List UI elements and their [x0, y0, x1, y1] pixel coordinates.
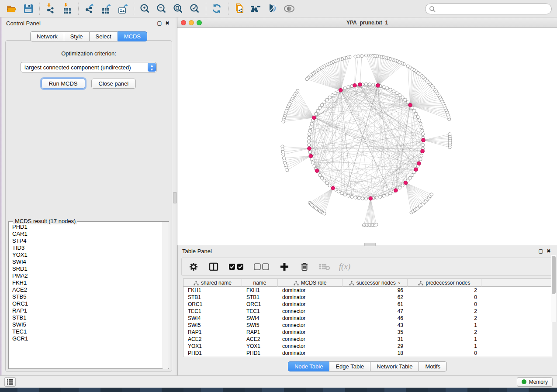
tab-motifs[interactable]: Motifs	[419, 361, 447, 371]
table-scrollbar[interactable]	[551, 255, 556, 322]
cell-name[interactable]: ACE2	[242, 336, 278, 342]
graph-node[interactable]	[419, 158, 422, 161]
clone-network-icon[interactable]	[231, 2, 248, 16]
graph-hub-node[interactable]	[353, 83, 357, 87]
column-header-shared-name[interactable]: shared name	[183, 279, 242, 287]
graph-hub-node[interactable]	[422, 138, 426, 142]
zoom-in-icon[interactable]	[137, 2, 153, 16]
cell-name[interactable]: PHD1	[242, 350, 278, 356]
graph-node[interactable]	[401, 96, 404, 99]
graph-hub-node[interactable]	[308, 147, 311, 151]
graph-node[interactable]	[401, 184, 404, 187]
close-panel-icon[interactable]: ✖	[163, 20, 171, 27]
graph-node[interactable]	[398, 93, 401, 96]
cell-predecessor-nodes[interactable]: 0	[408, 350, 481, 356]
graph-hub-node[interactable]	[394, 189, 398, 193]
graph-node[interactable]	[411, 173, 414, 176]
graph-node[interactable]	[334, 92, 337, 95]
graph-hub-node[interactable]	[404, 181, 408, 185]
mcds-node-item[interactable]: GCR1	[12, 335, 162, 342]
cell-name[interactable]: RAP1	[242, 329, 278, 335]
graph-node[interactable]	[421, 133, 424, 136]
table-row[interactable]: STB1STB1dominator620	[183, 294, 552, 301]
cell-MCDS-role[interactable]: connector	[278, 308, 343, 314]
graph-hub-node[interactable]	[339, 88, 343, 92]
table-row[interactable]: ORC1ORC1dominator610	[183, 301, 552, 308]
graph-node[interactable]	[386, 193, 389, 196]
minimize-window-icon[interactable]	[189, 20, 194, 25]
cell-shared-name[interactable]: SWI4	[183, 315, 242, 321]
cell-name[interactable]: SWI4	[242, 315, 278, 321]
cell-MCDS-role[interactable]: connector	[278, 336, 343, 342]
table-row[interactable]: FKH1FKH1dominator962	[183, 287, 552, 294]
cell-predecessor-nodes[interactable]: 2	[408, 315, 481, 321]
graph-node[interactable]	[318, 106, 321, 109]
mcds-node-item[interactable]: YOX1	[12, 251, 162, 258]
close-panel-icon[interactable]: ✖	[545, 248, 553, 254]
cell-MCDS-role[interactable]: dominator	[278, 329, 343, 335]
graph-node[interactable]	[392, 90, 395, 93]
close-window-icon[interactable]	[181, 20, 186, 25]
graph-node[interactable]	[406, 101, 409, 104]
cell-predecessor-nodes[interactable]: 1	[408, 322, 481, 328]
tab-node-table[interactable]: Node Table	[288, 361, 329, 371]
cell-name[interactable]: STB1	[242, 294, 278, 300]
graph-node[interactable]	[364, 54, 367, 57]
cell-shared-name[interactable]: PHD1	[183, 350, 242, 356]
column-header-MCDS-role[interactable]: MCDS role	[278, 279, 343, 287]
mcds-node-item[interactable]: TID3	[12, 244, 162, 251]
cell-shared-name[interactable]: SWI5	[183, 322, 242, 328]
import-network-icon[interactable]	[42, 2, 59, 16]
graph-hub-node[interactable]	[358, 83, 362, 86]
graph-hub-node[interactable]	[417, 162, 421, 165]
cell-successor-nodes[interactable]: 47	[343, 308, 408, 314]
graph-node[interactable]	[328, 96, 331, 99]
mcds-node-item[interactable]: PMA2	[12, 272, 162, 279]
table-row[interactable]: TEC1TEC1connector472	[183, 308, 552, 315]
cell-shared-name[interactable]: RAP1	[183, 329, 242, 335]
scrollbar-thumb[interactable]	[552, 256, 556, 294]
graph-node[interactable]	[389, 192, 392, 195]
criterion-select[interactable]: largest connected component (undirected)…	[21, 62, 157, 72]
graph-node[interactable]	[421, 129, 424, 132]
graph-hub-node[interactable]	[414, 168, 418, 172]
open-file-icon[interactable]	[3, 2, 20, 16]
graph-node[interactable]	[420, 126, 423, 129]
graph-node[interactable]	[422, 144, 425, 147]
graph-node[interactable]	[323, 101, 326, 104]
cell-successor-nodes[interactable]: 31	[343, 336, 408, 342]
graph-node[interactable]	[347, 86, 350, 89]
cell-shared-name[interactable]: FKH1	[183, 287, 242, 293]
cell-name[interactable]: ORC1	[242, 301, 278, 307]
zoom-fit-icon[interactable]	[170, 2, 187, 16]
graph-node[interactable]	[354, 196, 357, 199]
graph-node[interactable]	[361, 197, 364, 200]
graph-node[interactable]	[415, 112, 418, 115]
zoom-out-icon[interactable]	[153, 2, 170, 16]
table-row[interactable]: ACE2ACE2connector311	[183, 336, 552, 343]
graph-node[interactable]	[337, 190, 340, 193]
tab-select[interactable]: Select	[89, 31, 118, 41]
graph-node[interactable]	[416, 116, 419, 119]
graph-node[interactable]	[308, 133, 311, 136]
cell-predecessor-nodes[interactable]: 2	[408, 287, 481, 293]
graph-node[interactable]	[343, 87, 346, 90]
graph-hub-node[interactable]	[421, 149, 425, 153]
table-row[interactable]: SWI5SWI5connector431	[183, 322, 552, 329]
mcds-node-item[interactable]: CAR1	[12, 230, 162, 237]
graph-node[interactable]	[413, 109, 416, 112]
maximize-window-icon[interactable]	[197, 20, 202, 25]
graph-node[interactable]	[418, 119, 421, 122]
graph-node[interactable]	[343, 193, 346, 196]
mcds-node-item[interactable]: RAP1	[12, 307, 162, 314]
cell-name[interactable]: SWI5	[242, 322, 278, 328]
find-icon[interactable]	[248, 2, 264, 16]
mcds-node-item[interactable]: FKH1	[12, 279, 162, 286]
graph-node[interactable]	[308, 144, 311, 147]
cell-predecessor-nodes[interactable]: 0	[408, 301, 481, 307]
delete-icon[interactable]	[299, 261, 310, 272]
table-row[interactable]: SWI4SWI4dominator462	[183, 315, 552, 322]
graph-node[interactable]	[310, 122, 313, 125]
cell-shared-name[interactable]: TEC1	[183, 308, 242, 314]
cell-predecessor-nodes[interactable]: 2	[408, 308, 481, 314]
